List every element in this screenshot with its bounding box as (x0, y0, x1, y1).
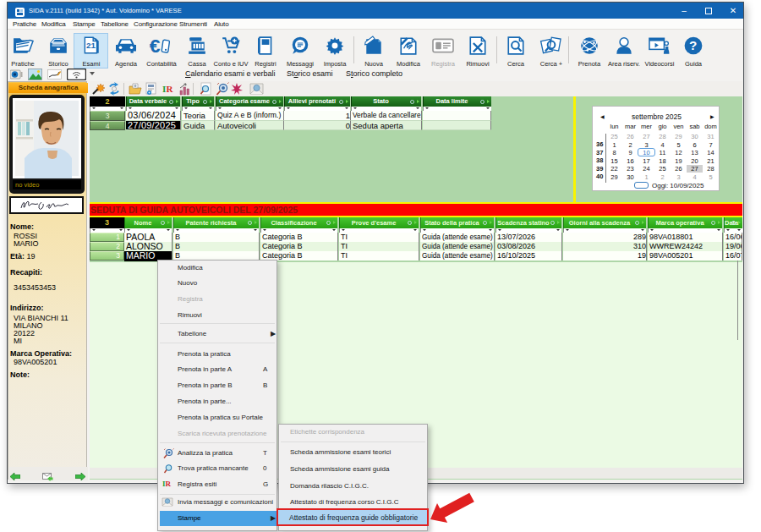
svg-text:R: R (167, 84, 174, 94)
svg-text:21: 21 (86, 41, 96, 50)
svg-text:€: € (150, 36, 161, 56)
svg-text:?: ? (689, 38, 697, 52)
